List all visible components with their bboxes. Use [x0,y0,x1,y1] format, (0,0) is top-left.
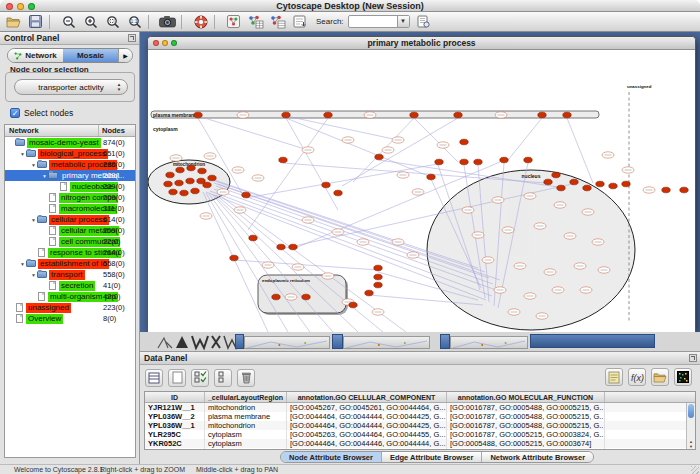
table-row[interactable]: YKR052Ccytoplasm[GO:0044464, GO:0044446,… [145,439,695,448]
gene-node[interactable] [324,112,332,118]
notes-button[interactable] [605,368,623,386]
gene-node[interactable] [175,180,183,186]
open-session-button[interactable] [5,13,22,30]
new-network-button[interactable] [225,13,242,30]
table-column-header[interactable]: ID [145,392,205,402]
gene-node[interactable] [302,294,310,300]
gene-node[interactable] [242,192,250,198]
gene-node[interactable] [374,274,382,280]
gene-node[interactable] [454,112,462,118]
search-dropdown-button[interactable]: ▼ [397,16,409,27]
background-window-fragment[interactable] [343,336,430,349]
table-row[interactable]: YLR295Ccytoplasm[GO:0045263, GO:0044464,… [145,430,695,439]
gene-node[interactable] [230,255,238,261]
formula-builder-button[interactable]: f(x) [628,368,646,386]
table-cell[interactable]: mitochondrion [205,421,287,430]
zoom-selected-region-button[interactable] [104,13,121,30]
table-cell[interactable]: [GO:0044464, GO:0044444, GO:0044425, G..… [287,421,447,430]
expand-arrow-icon[interactable]: ▼ [30,272,37,278]
gene-node[interactable] [191,188,199,194]
table-row[interactable]: YPL036W__2plasma membrane[GO:0044464, GO… [145,412,695,421]
tree-row[interactable]: ▼metabolic process280(0) [5,159,135,170]
expand-arrow-icon[interactable]: ▼ [30,162,37,168]
gene-node[interactable] [435,159,443,165]
table-column-header[interactable]: _cellularLayoutRegion [205,392,287,402]
table-column-header[interactable]: annotation.GO MOLECULAR_FUNCTION [447,392,605,402]
tree-row[interactable]: cell communicat22(0) [5,236,135,247]
network-edge[interactable] [286,116,398,140]
table-scrollbar[interactable]: ▲▼ [686,403,695,449]
tree-row[interactable]: cellular metabol209(0) [5,225,135,236]
table-row[interactable]: YPL036W__1mitochondrion[GO:0044464, GO:0… [145,421,695,430]
table-cell[interactable]: [GO:0016787, GO:0005488, GO:0005215, G..… [447,403,605,412]
table-cell[interactable]: cytoplasm [205,439,287,448]
delete-attribute-button[interactable] [237,369,255,387]
gene-node[interactable] [460,159,468,165]
tree-row[interactable]: secretion41(0) [5,280,135,291]
table-cell[interactable]: [GO:0044464, GO:0044444, GO:0044425, G..… [287,412,447,421]
background-windows-strip[interactable] [140,332,700,351]
network-canvas[interactable]: plasma membranecytoplasmnucleusmitochond… [148,50,695,332]
network-edge[interactable] [206,193,288,332]
tree-row[interactable]: Overview8(0) [5,313,135,324]
gene-node[interactable] [680,187,688,193]
import-attribute-file-button[interactable] [651,368,669,386]
background-window-fragment[interactable] [235,334,244,349]
table-column-header[interactable]: annotation.GO CELLULAR_COMPONENT [287,392,447,402]
gene-node[interactable] [410,112,418,118]
float-panel-icon[interactable] [128,34,136,42]
gene-node[interactable] [322,182,330,188]
gene-node[interactable] [164,181,172,187]
tree-row[interactable]: macromolecule311(0) [5,203,135,214]
table-cell[interactable]: [GO:0016787, GO:0005488, GO:0005215, G..… [447,448,605,450]
import-network-button[interactable] [247,13,264,30]
table-cell[interactable]: YLR295C [145,430,205,439]
expand-arrow-icon[interactable]: ▼ [30,217,37,223]
expand-arrow-icon[interactable]: ▼ [41,173,48,179]
help-button[interactable] [192,13,209,30]
gene-node[interactable] [208,175,216,181]
table-cell[interactable]: [GO:0016787, GO:0005488, GO:0005215, G..… [447,412,605,421]
zoom-fit-button[interactable]: 1:1 [126,13,143,30]
gene-node[interactable] [524,157,532,163]
network-view-titlebar[interactable]: primary metabolic process [148,37,695,50]
gene-node[interactable] [282,112,290,118]
gene-node[interactable] [374,282,382,288]
gene-node[interactable] [176,167,184,173]
table-cell[interactable]: YJR121W__1 [145,403,205,412]
gene-node[interactable] [474,159,482,165]
gene-node[interactable] [544,179,552,185]
background-window-fragment[interactable] [332,334,343,349]
table-cell[interactable]: plasma membrane [205,412,287,421]
attribute-matrix-button[interactable] [674,368,692,386]
gene-node[interactable] [583,185,591,191]
gene-node[interactable] [272,294,280,300]
scrollbar-arrows-icon[interactable]: ▲▼ [687,439,695,449]
gene-node[interactable] [180,190,188,196]
table-cell[interactable]: YPL036W__2 [145,412,205,421]
tree-row[interactable]: ▼cellular process614(0) [5,214,135,225]
table-cell[interactable]: YPL036W__1 [145,421,205,430]
new-attribute-button[interactable] [168,369,186,387]
gene-node[interactable] [194,112,202,118]
expand-arrow-icon[interactable]: ▼ [19,261,26,267]
gene-node[interactable] [289,244,297,250]
network-edge[interactable] [198,116,308,150]
gene-node[interactable] [596,181,604,187]
table-cell[interactable]: mitochondrion [205,403,287,412]
tree-row[interactable]: ▼transport558(0) [5,269,135,280]
tree-row[interactable]: multi-organism pro42(0) [5,291,135,302]
gene-node[interactable] [375,154,383,160]
resize-grip-icon[interactable] [691,466,699,474]
background-window-fragment[interactable] [244,336,330,349]
table-cell[interactable]: YDR039C__1 [145,448,205,450]
table-cell[interactable]: [GO:0016787, GO:0005488, GO:0005215, G..… [447,421,605,430]
tree-row[interactable]: mosaic-demo-yeast874(0) [5,137,135,148]
tab-overflow-button[interactable]: ▶ [118,49,132,62]
table-cell[interactable]: [GO:0045263, GO:0044464, GO:0044455, G..… [287,430,447,439]
table-cell[interactable]: [GO:0044464, GO:0044444, GO:0044444, G..… [287,448,447,450]
tree-row[interactable]: response to stimulu264(0) [5,247,135,258]
snapshot-button[interactable] [159,13,176,30]
gene-node[interactable] [460,139,468,145]
tree-row[interactable]: ▼establishment of lo558(0) [5,258,135,269]
